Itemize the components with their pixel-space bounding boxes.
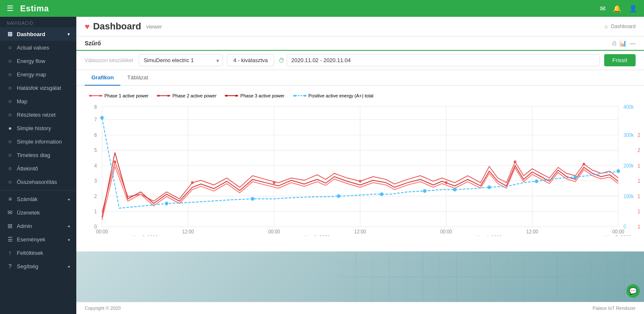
sidebar-item-attekinto[interactable]: ○ Áttekintő [0, 162, 76, 175]
count-select-button[interactable]: 4 - kiválasztva [227, 54, 274, 66]
tabs-bar: Grafikon Táblázat [76, 70, 644, 86]
legend-positive: Positive active energy (A+) total [293, 93, 374, 98]
svg-text:22: 22 [638, 132, 640, 137]
simple-information-icon: ○ [7, 138, 13, 145]
sidebar-item-timeless-diag[interactable]: ○ Timeless diag [0, 148, 76, 162]
sidebar-item-label: Események [17, 236, 45, 243]
sidebar-item-actual-values[interactable]: ○ Actual values [0, 41, 76, 54]
svg-point-64 [380, 192, 383, 196]
sidebar-item-feltoltesek[interactable]: ↑ Feltöltések [0, 246, 76, 259]
sidebar-item-label: Actual values [17, 44, 49, 51]
segitseg-icon: ? [7, 263, 13, 270]
chevron-down-icon: ◂ [68, 197, 70, 201]
sidebar-item-esemenyek[interactable]: ☰ Események ◂ [0, 233, 76, 246]
svg-text:2: 2 [94, 193, 97, 199]
minimize-icon[interactable]: — [630, 40, 636, 47]
svg-text:12: 12 [638, 209, 640, 214]
sidebar-item-label: Simple information [17, 139, 62, 145]
sidebar-item-uzenetek[interactable]: ✉ Üzenetek [0, 206, 76, 219]
sidebar-divider [0, 190, 76, 191]
sidebar-item-hatasfok[interactable]: ○ Hatásfok vizsgálat [0, 81, 76, 94]
svg-point-4 [157, 95, 160, 97]
svg-point-72 [191, 181, 194, 184]
page-subtitle: viewer [146, 24, 162, 30]
svg-point-70 [617, 169, 620, 173]
svg-text:00:00: 00:00 [268, 229, 280, 234]
svg-text:6: 6 [94, 132, 97, 137]
svg-point-68 [535, 179, 538, 183]
sidebar-item-dashboard[interactable]: ⊞ Dashboard ▾ [0, 27, 76, 41]
sidebar-item-szamlak[interactable]: ≡ Számlák ◂ [0, 192, 76, 206]
dashboard-icon: ⊞ [7, 31, 13, 37]
date-range-input[interactable] [287, 54, 600, 66]
svg-text:00:00: 00:00 [440, 229, 452, 234]
chart-svg-wrap: .grid-line { stroke: #e8e8e8; stroke-wid… [80, 102, 640, 236]
device-select[interactable]: SimuDemo electric 1 [139, 54, 223, 66]
svg-text:20: 20 [638, 147, 640, 153]
map-icon: ○ [7, 98, 13, 105]
refresh-button[interactable]: Frissít [604, 54, 636, 66]
topbar-left: ☰ Estima [7, 4, 49, 13]
sidebar-item-segitseg[interactable]: ? Segítség ◂ [0, 259, 76, 273]
solar-grid-svg [76, 251, 644, 302]
dashboard-title-icon: ♥ [85, 22, 90, 31]
sidebar-item-label: Energy flow [17, 58, 45, 64]
svg-point-11 [304, 95, 306, 97]
sidebar-item-label: Áttekintő [17, 165, 38, 172]
brand-logo: Estima [20, 4, 49, 13]
tab-tablazat[interactable]: Táblázat [120, 70, 155, 86]
sidebar: NAVIGÁCIÓ ⊞ Dashboard ▾ ○ Actual values … [0, 17, 76, 314]
chat-bubble[interactable]: 💬 [626, 284, 640, 298]
main-layout: NAVIGÁCIÓ ⊞ Dashboard ▾ ○ Actual values … [0, 17, 644, 314]
svg-text:12:00: 12:00 [354, 229, 366, 234]
export-icon-1[interactable]: ⎙ [613, 40, 616, 47]
svg-text:4: 4 [94, 162, 97, 168]
svg-point-5 [167, 95, 170, 97]
export-icon-2[interactable]: 📊 [619, 40, 626, 47]
topbar: ☰ Estima ✉ 🔔 👤 [0, 0, 644, 17]
filter-date-wrap: ⏱ [278, 54, 600, 66]
mail-icon[interactable]: ✉ [600, 5, 605, 13]
sidebar-item-reszletes[interactable]: ○ Részletes nézet [0, 108, 76, 121]
filter-icons: ⎙ 📊 — [613, 40, 636, 47]
page-header: ♥ Dashboard viewer ⌂ Dashboard [76, 17, 644, 37]
svg-text:7: 7 [94, 117, 97, 122]
tab-grafikon[interactable]: Grafikon [85, 70, 120, 86]
filter-row: Válasszon készüléket SimuDemo electric 1… [76, 51, 644, 70]
sidebar-item-osszehasonlitas[interactable]: ○ Összehasonlítás [0, 175, 76, 188]
clock-icon: ⏱ [278, 57, 284, 64]
chart-svg: .grid-line { stroke: #e8e8e8; stroke-wid… [80, 102, 640, 236]
device-placeholder-label: Válasszon készüléket [85, 58, 133, 63]
sidebar-item-simple-history[interactable]: ● Simple history [0, 121, 76, 135]
legend-phase2-label: Phase 2 active power [172, 93, 216, 98]
svg-point-8 [235, 95, 238, 97]
user-icon[interactable]: 👤 [629, 5, 637, 13]
svg-point-75 [445, 181, 447, 184]
svg-text:300k: 300k [623, 132, 634, 137]
sidebar-item-energy-flow[interactable]: ○ Energy flow [0, 54, 76, 68]
solar-background: 💬 [76, 251, 644, 302]
sidebar-item-simple-information[interactable]: ○ Simple information [0, 135, 76, 148]
bell-icon[interactable]: 🔔 [613, 5, 621, 13]
legend-phase3-label: Phase 3 active power [240, 93, 284, 98]
chevron-down-icon: ◂ [68, 224, 70, 228]
svg-text:16: 16 [638, 178, 640, 183]
hamburger-icon[interactable]: ☰ [7, 4, 13, 13]
svg-text:12:00: 12:00 [182, 229, 194, 234]
svg-point-71 [114, 160, 116, 163]
copyright-text: Copyright © 2020 [85, 306, 121, 311]
chevron-down-icon: ◂ [68, 237, 70, 242]
sidebar-item-label: Részletes nézet [17, 112, 56, 118]
svg-point-7 [225, 95, 228, 97]
sidebar-item-energy-map[interactable]: ○ Energy map [0, 68, 76, 81]
svg-text:400k: 400k [623, 104, 634, 109]
svg-text:Nov 2, 2020: Nov 2, 2020 [132, 234, 158, 236]
sidebar-item-map[interactable]: ○ Map [0, 94, 76, 108]
sidebar-item-admin[interactable]: ⊞ Admin ◂ [0, 219, 76, 233]
svg-point-2 [99, 95, 102, 97]
legend-phase1-label: Phase 1 active power [104, 93, 148, 98]
svg-point-63 [337, 194, 340, 198]
topbar-right: ✉ 🔔 👤 [600, 5, 637, 13]
sidebar-item-label: Simple history [17, 125, 51, 131]
svg-text:18: 18 [638, 162, 640, 168]
